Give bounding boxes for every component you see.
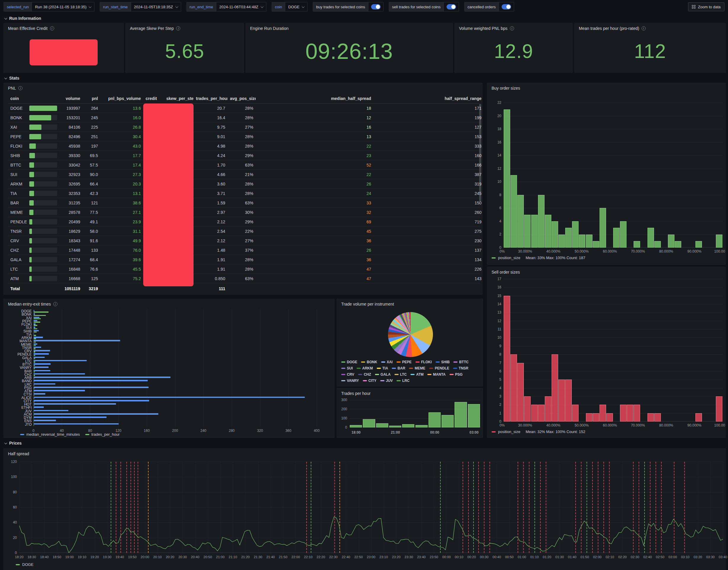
- trades-per-hour-bar: [34, 315, 46, 316]
- sell-trades-toggle[interactable]: [447, 4, 456, 9]
- legend-item[interactable]: MANTA: [427, 372, 445, 376]
- histogram-bar: [552, 354, 558, 421]
- section-run-information[interactable]: Run Information: [5, 16, 41, 21]
- column-header[interactable]: credit: [143, 96, 164, 101]
- legend-item[interactable]: BAR: [392, 366, 405, 370]
- table-cell: 1051119: [59, 286, 82, 291]
- legend-item[interactable]: DOGE: [341, 360, 357, 364]
- trade-volume-pie[interactable]: [388, 312, 433, 357]
- table-row: SUI3292390.027.34.6621%22387: [8, 170, 480, 179]
- legend-item[interactable]: XAI: [381, 360, 393, 364]
- legend-item[interactable]: CITY: [363, 379, 377, 383]
- column-header[interactable]: skew_per_step: [164, 96, 194, 101]
- column-header[interactable]: trades_per_hour: [194, 96, 228, 101]
- buy-trades-toggle[interactable]: [371, 4, 381, 9]
- table-cell: 21%: [228, 172, 256, 177]
- buy-trades-toggle-label: buy trades for selected coins: [313, 2, 368, 12]
- legend-item[interactable]: VANRY: [341, 379, 359, 383]
- cancelled-orders-toggle[interactable]: [502, 4, 511, 9]
- legend-item[interactable]: BTTC: [453, 360, 468, 364]
- info-icon[interactable]: [176, 26, 180, 30]
- table-cell: 230: [374, 238, 484, 243]
- trades-per-hour-plot[interactable]: 010020030018:0021:0000:0003:00: [349, 399, 481, 428]
- section-prices[interactable]: Prices: [5, 441, 22, 446]
- selected-run-dropdown[interactable]: Run 38 (2024-11-05 18:18:35): [32, 2, 94, 12]
- info-icon[interactable]: [53, 302, 57, 306]
- column-header[interactable]: pnl: [82, 96, 100, 101]
- legend-item[interactable]: GALA: [375, 372, 391, 376]
- half-spread-plot[interactable]: 02040608010012018:2018:3018:4018:5019:00…: [19, 462, 723, 553]
- info-icon[interactable]: [50, 26, 54, 30]
- table-cell: 43.0: [100, 144, 143, 149]
- legend-item[interactable]: SUI: [341, 366, 353, 370]
- legend-item[interactable]: TIA: [377, 366, 388, 370]
- half-spread-legend[interactable]: DOGE: [16, 562, 33, 567]
- series-color-pill: [436, 361, 440, 363]
- median-reversal-bar: [34, 330, 39, 332]
- legend-item[interactable]: BONK: [361, 360, 377, 364]
- table-cell: 17.7: [100, 153, 143, 158]
- zoom-to-data-button[interactable]: Zoom to data: [688, 2, 724, 11]
- legend-median-reversal[interactable]: median_reversal_time_minutes: [20, 432, 80, 437]
- table-cell: Total: [8, 286, 27, 291]
- series-color-pill: [381, 361, 385, 363]
- column-header[interactable]: pnl_bps_volume: [100, 96, 143, 101]
- buy-histogram-legend[interactable]: position_size Mean: 33% Max: 100% Count:…: [492, 256, 585, 260]
- legend-item[interactable]: CHZ: [358, 372, 371, 376]
- median-reversal-bar: [34, 353, 49, 355]
- table-cell: 22%: [228, 229, 256, 234]
- legend-item[interactable]: LTC: [395, 372, 407, 376]
- legend-item[interactable]: FLOKI: [416, 360, 432, 364]
- legend-item[interactable]: PEPE: [397, 360, 412, 364]
- volume-gauge: [29, 181, 57, 187]
- trades-per-hour-bar: [34, 332, 37, 332]
- panel-median-entry-exit: Median entry-exit times 0408012016020024…: [4, 299, 334, 438]
- legend-item[interactable]: SHIB: [436, 360, 450, 364]
- legend-item[interactable]: LRC: [397, 379, 410, 383]
- column-header[interactable]: coin: [8, 96, 27, 101]
- table-cell: 49.9: [100, 238, 143, 243]
- series-color-pill: [375, 374, 379, 375]
- legend-item[interactable]: JUV: [380, 379, 393, 383]
- table-cell: 91.6: [82, 238, 100, 243]
- series-color-pill: [392, 368, 396, 369]
- table-scrollbar[interactable]: [479, 104, 481, 202]
- info-icon[interactable]: [18, 86, 22, 90]
- legend-item[interactable]: TNSR: [453, 366, 468, 370]
- median-chart-plot[interactable]: 04080120160200240280320360400: [33, 310, 331, 426]
- volume-gauge: [29, 229, 57, 234]
- coin-dropdown[interactable]: DOGE: [285, 2, 307, 12]
- column-header[interactable]: median_half_spread: [256, 96, 374, 101]
- histogram-bar: [675, 241, 681, 248]
- section-stats[interactable]: Stats: [5, 76, 19, 80]
- legend-item[interactable]: CRV: [341, 372, 354, 376]
- coin-cell: PEPE: [8, 134, 27, 139]
- legend-item[interactable]: PENDLE: [429, 366, 449, 370]
- sell-histogram-plot[interactable]: 012345678910111213141516170%30.000%40.00…: [504, 279, 723, 421]
- legend-trades-per-hour[interactable]: trades_per_hour: [85, 432, 119, 437]
- info-icon[interactable]: [642, 26, 646, 30]
- pnl-title: PNL: [8, 86, 16, 90]
- histogram-bar: [504, 109, 510, 248]
- table-cell: 18: [256, 106, 374, 110]
- legend-item[interactable]: PSG: [450, 372, 463, 376]
- run-start-time-dropdown[interactable]: 2024-11-05T18:18:35Z: [131, 2, 181, 12]
- column-header[interactable]: half_spread_range: [374, 96, 484, 101]
- table-cell: 37%: [228, 248, 256, 253]
- info-icon[interactable]: [510, 26, 514, 30]
- volume-gauge: [29, 191, 57, 196]
- series-color-pill: [427, 374, 432, 375]
- column-header[interactable]: volume: [59, 96, 82, 101]
- volume-gauge: [29, 219, 57, 225]
- sell-histogram-legend[interactable]: position_size Mean: 32% Max: 100% Count:…: [492, 430, 585, 434]
- histogram-bar: [524, 396, 531, 421]
- legend-item[interactable]: ATM: [411, 372, 424, 376]
- run-end-time-dropdown[interactable]: 2024-11-06T03:44:48Z: [216, 2, 266, 12]
- var-coin: coin DOGE: [272, 2, 307, 12]
- legend-item[interactable]: ARKM: [356, 366, 373, 370]
- legend-item[interactable]: MEME: [409, 366, 425, 370]
- column-header[interactable]: avg_pos_size: [228, 96, 256, 101]
- table-cell: 38.6: [100, 201, 143, 205]
- table-cell: 111: [194, 286, 228, 291]
- buy-histogram-plot[interactable]: 02468101214161820220%30.000%40.000%50.00…: [504, 96, 723, 248]
